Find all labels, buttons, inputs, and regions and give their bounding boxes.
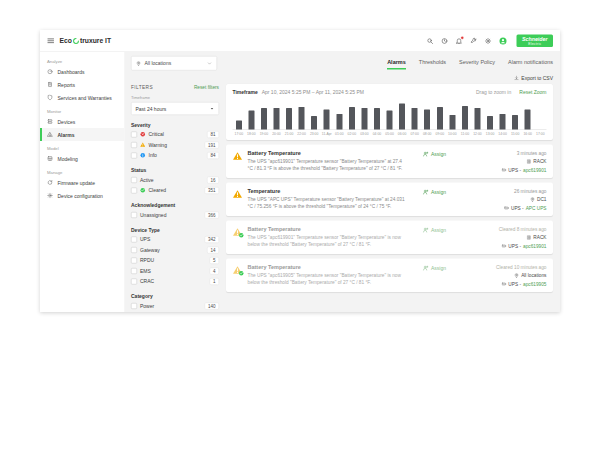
- clock-icon[interactable]: [441, 37, 448, 44]
- tab-alarm-notifications[interactable]: Alarm notifications: [508, 59, 553, 70]
- chart-bar[interactable]: [273, 108, 279, 130]
- chart-bar[interactable]: [361, 108, 367, 130]
- alarm-body: TemperatureThe UPS "APC UPS" Temperature…: [248, 188, 407, 211]
- chart-bar[interactable]: [286, 108, 292, 130]
- alarm-severity-icon: [233, 189, 243, 199]
- chart-bar[interactable]: [374, 108, 380, 130]
- checkbox-warning[interactable]: [131, 142, 137, 148]
- chart-x-label: 10:00: [446, 132, 459, 136]
- alarm-location[interactable]: RACK: [526, 235, 546, 241]
- checkbox-ems[interactable]: [131, 268, 137, 274]
- sidebar-item-devices[interactable]: Devices: [40, 115, 125, 128]
- checkbox-info[interactable]: [131, 152, 137, 158]
- chart-bar[interactable]: [299, 107, 305, 130]
- checkbox-ups[interactable]: [131, 236, 137, 242]
- chart-bar[interactable]: [311, 116, 317, 130]
- filter-item-count: 4: [209, 267, 219, 274]
- tab-bar: AlarmsThresholdsSeverity PolicyAlarm not…: [387, 56, 553, 70]
- settings-icon[interactable]: [485, 37, 492, 44]
- assign-button[interactable]: Assign: [423, 189, 447, 195]
- filter-item-count: 140: [204, 302, 219, 309]
- chart-bar[interactable]: [512, 115, 518, 130]
- timeframe-select[interactable]: Past 24 hours: [131, 102, 219, 115]
- alarm-location-label: DC1: [537, 197, 547, 203]
- menu-icon[interactable]: [47, 37, 55, 45]
- alarm-card[interactable]: Battery TemperatureThe UPS "apc619901" T…: [226, 221, 553, 255]
- export-csv-button[interactable]: Export to CSV: [131, 75, 553, 81]
- chart-bar[interactable]: [349, 107, 355, 130]
- assign-button[interactable]: Assign: [423, 265, 447, 271]
- checkbox-unassigned[interactable]: [131, 212, 137, 218]
- location-selector[interactable]: All locations: [131, 56, 217, 71]
- sidebar-item-firmware-update[interactable]: Firmware update: [40, 176, 125, 189]
- chart-bar[interactable]: [449, 115, 455, 130]
- sidebar-item-dashboards[interactable]: Dashboards: [40, 65, 125, 78]
- chart-bar[interactable]: [424, 110, 430, 130]
- chart-bar[interactable]: [474, 108, 480, 130]
- alarms-icon: [47, 132, 53, 138]
- sidebar-item-modeling[interactable]: Modeling: [40, 152, 125, 165]
- alarm-location[interactable]: All locations: [514, 273, 546, 279]
- chart-bar-slot: [471, 108, 484, 130]
- sidebar-item-device-configuration[interactable]: Device configuration: [40, 189, 125, 202]
- sidebar-item-label: Dashboards: [58, 69, 85, 75]
- chart-bar[interactable]: [261, 108, 267, 130]
- chart-bar[interactable]: [387, 111, 393, 130]
- chart-bar[interactable]: [487, 116, 493, 130]
- alarm-location[interactable]: RACK: [526, 159, 546, 165]
- device-link[interactable]: apc619905: [523, 281, 547, 287]
- chart-bar[interactable]: [324, 110, 330, 130]
- tab-alarms[interactable]: Alarms: [387, 59, 406, 70]
- device-link[interactable]: APC UPS: [526, 205, 547, 211]
- search-icon[interactable]: [427, 37, 434, 44]
- filter-item-label: Info: [149, 153, 157, 159]
- notifications-icon[interactable]: [456, 37, 463, 44]
- topbar-icons: [427, 37, 492, 44]
- chart-bar[interactable]: [399, 104, 405, 130]
- wrench-icon[interactable]: [470, 37, 477, 44]
- chart-bar-slot: [484, 116, 497, 130]
- alarm-card[interactable]: Battery TemperatureThe UPS "apc619905" T…: [226, 259, 553, 293]
- chart-bar[interactable]: [236, 121, 242, 130]
- chart-bar[interactable]: [412, 108, 418, 130]
- device-link[interactable]: apc619901: [523, 167, 547, 173]
- alarm-title: Temperature: [248, 188, 407, 194]
- sidebar-item-services-and-warranties[interactable]: Services and Warranties: [40, 91, 125, 104]
- alarm-body: Battery TemperatureThe UPS "apc619905" T…: [248, 264, 407, 287]
- checkbox-gateway[interactable]: [131, 247, 137, 253]
- alarm-location[interactable]: DC1: [530, 197, 547, 203]
- sidebar-item-reports[interactable]: Reports: [40, 78, 125, 91]
- sidebar-nav: AnalyzeDashboardsReportsServices and War…: [40, 52, 125, 312]
- tab-thresholds[interactable]: Thresholds: [419, 59, 446, 70]
- chart-bar[interactable]: [248, 111, 254, 130]
- filter-item-count: 5: [209, 257, 219, 264]
- chart-bar[interactable]: [500, 114, 506, 130]
- chart-bar[interactable]: [462, 106, 468, 130]
- info-icon: [140, 153, 146, 159]
- checkbox-active[interactable]: [131, 177, 137, 183]
- chart-bar[interactable]: [336, 114, 342, 130]
- chart-bar[interactable]: [437, 107, 443, 130]
- checkbox-rpdu[interactable]: [131, 257, 137, 263]
- assign-button[interactable]: Assign: [423, 227, 447, 233]
- alarm-card[interactable]: TemperatureThe UPS "APC UPS" Temperature…: [226, 183, 553, 217]
- filter-item-label: Warning: [149, 142, 167, 148]
- device-link[interactable]: apc619901: [523, 243, 547, 249]
- alarm-card[interactable]: Battery TemperatureThe UPS "apc619901" T…: [226, 145, 553, 179]
- filter-item-unassigned: Unassigned366: [131, 210, 219, 221]
- checkbox-power[interactable]: [131, 303, 137, 309]
- chart-bar-slot: [233, 121, 246, 130]
- checkbox-crac[interactable]: [131, 278, 137, 284]
- avatar[interactable]: [499, 37, 507, 45]
- filter-item-ems: EMS4: [131, 266, 219, 277]
- tab-severity-policy[interactable]: Severity Policy: [459, 59, 495, 70]
- reset-zoom-button[interactable]: Reset Zoom: [519, 90, 546, 96]
- sidebar-item-alarms[interactable]: Alarms: [40, 128, 125, 141]
- chart-bar[interactable]: [525, 110, 531, 130]
- reset-filters-button[interactable]: Reset filters: [194, 84, 219, 90]
- checkbox-critical[interactable]: [131, 131, 137, 137]
- chart-bars[interactable]: [233, 101, 547, 130]
- alarm-location-label: RACK: [533, 235, 546, 241]
- checkbox-cleared[interactable]: [131, 187, 137, 193]
- assign-button[interactable]: Assign: [423, 151, 447, 157]
